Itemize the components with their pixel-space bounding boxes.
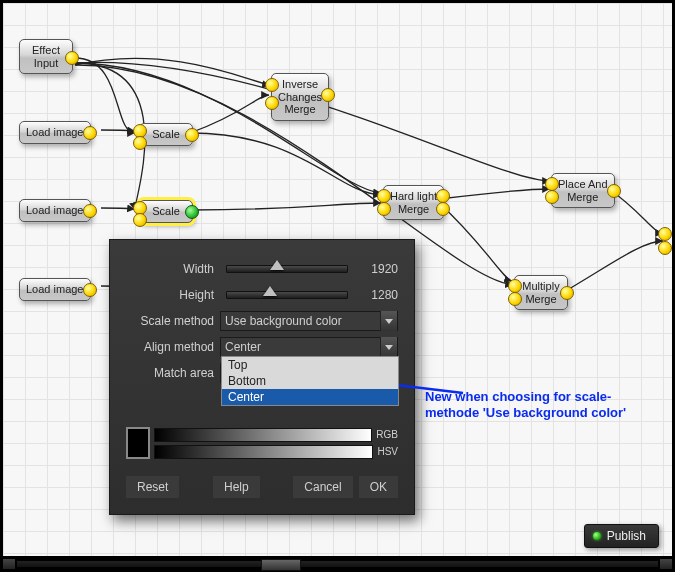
width-value: 1920 [354, 262, 398, 276]
publish-button[interactable]: Publish [584, 524, 659, 548]
reset-button[interactable]: Reset [126, 476, 179, 498]
node-load-image-1[interactable]: Load image [19, 121, 91, 144]
hsv-label: HSV [377, 446, 398, 457]
node-label: Scale [152, 128, 180, 140]
slider-thumb[interactable] [270, 260, 284, 270]
align-method-select[interactable]: Center Top Bottom Center [220, 337, 398, 357]
node-label: Place And Merge [558, 178, 608, 203]
slider-thumb[interactable] [263, 286, 277, 296]
rgb-label: RGB [376, 429, 398, 440]
node-scale-1[interactable]: Scale [139, 123, 193, 146]
chevron-down-icon [380, 337, 397, 357]
align-option-center[interactable]: Center [222, 389, 398, 405]
graph-canvas[interactable]: Effect Input Load image Load image Load … [3, 3, 672, 556]
node-inverse-changes-merge[interactable]: Inverse Changes Merge [271, 73, 329, 121]
align-option-top[interactable]: Top [222, 357, 398, 373]
align-method-label: Align method [126, 340, 220, 354]
node-scale-selected[interactable]: Scale [139, 200, 193, 223]
node-hard-light-merge[interactable]: Hard light Merge [383, 185, 444, 220]
node-label: Load image [26, 283, 84, 295]
width-slider[interactable] [226, 265, 348, 273]
annotation-text: New when choosing for scale- methode 'Us… [425, 389, 665, 422]
help-button[interactable]: Help [213, 476, 260, 498]
scrollbar-handle[interactable] [261, 559, 301, 571]
cancel-button[interactable]: Cancel [293, 476, 352, 498]
height-label: Height [126, 288, 220, 302]
height-slider[interactable] [226, 291, 348, 299]
ok-button[interactable]: OK [359, 476, 398, 498]
node-effect-input[interactable]: Effect Input [19, 39, 73, 74]
node-multiply-merge[interactable]: Multiply Merge [514, 275, 568, 310]
rgb-gradient[interactable] [154, 428, 372, 442]
select-value: Center [225, 340, 261, 354]
node-label: Hard light Merge [390, 190, 437, 215]
status-led-icon [593, 532, 601, 540]
align-method-dropdown: Top Bottom Center [221, 356, 399, 406]
match-area-label: Match area [126, 366, 220, 380]
chevron-down-icon [380, 311, 397, 331]
node-label: Effect Input [32, 44, 60, 69]
scale-method-select[interactable]: Use background color [220, 311, 398, 331]
publish-label: Publish [607, 529, 646, 543]
align-option-bottom[interactable]: Bottom [222, 373, 398, 389]
horizontal-scrollbar[interactable] [3, 559, 672, 569]
scale-method-label: Scale method [126, 314, 220, 328]
node-load-image-2[interactable]: Load image [19, 199, 91, 222]
hsv-gradient[interactable] [154, 445, 373, 459]
color-swatch[interactable] [126, 427, 150, 459]
node-label: Load image [26, 204, 84, 216]
node-label: Scale [152, 205, 180, 217]
height-value: 1280 [354, 288, 398, 302]
width-label: Width [126, 262, 220, 276]
node-load-image-3[interactable]: Load image [19, 278, 91, 301]
select-value: Use background color [225, 314, 342, 328]
node-place-and-merge[interactable]: Place And Merge [551, 173, 615, 208]
scale-settings-dialog: Width 1920 Height 1280 Scale method Use … [109, 239, 415, 515]
node-label: Load image [26, 126, 84, 138]
node-label: Multiply Merge [522, 280, 559, 305]
node-label: Inverse Changes Merge [278, 78, 322, 115]
